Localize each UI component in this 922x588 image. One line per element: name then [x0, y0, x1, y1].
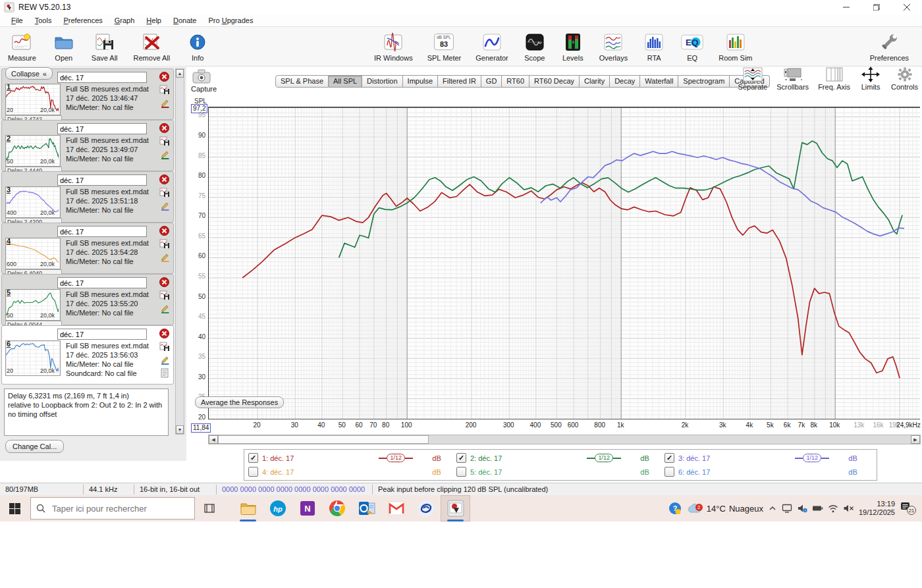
measurement-name-input[interactable]	[57, 174, 147, 186]
x-min-input[interactable]: 11,84	[191, 423, 211, 433]
legend-checkbox[interactable]	[664, 467, 674, 477]
smoothing-badge[interactable]: 1/12	[795, 454, 829, 462]
spl-meter-button[interactable]: dB SPL83SPL Meter	[423, 30, 466, 63]
rta-button[interactable]: RTA	[638, 30, 670, 63]
trace-color-pen-icon[interactable]	[160, 98, 170, 108]
legend-checkbox[interactable]: ✓	[664, 453, 674, 463]
measurement-card-5[interactable]: 55020,0kDelay 6,0044Full SB mesures ext.…	[1, 274, 174, 325]
tab-rt60[interactable]: RT60	[502, 75, 529, 88]
save-measurement-icon[interactable]	[159, 136, 170, 146]
scroll-up-icon[interactable]: ▲	[176, 69, 184, 78]
scroll-left-icon[interactable]: ◀	[209, 435, 218, 444]
measurement-name-input[interactable]	[57, 226, 147, 237]
capture-button[interactable]: Capture	[191, 68, 215, 93]
legend-checkbox[interactable]: ✓	[456, 453, 466, 463]
wifi-icon[interactable]	[828, 504, 838, 513]
limits-button[interactable]: Limits	[859, 66, 882, 91]
controls-button[interactable]: Controls	[891, 66, 918, 91]
trace-color-pen-icon[interactable]	[160, 304, 170, 313]
delete-measurement-icon[interactable]	[159, 123, 169, 133]
start-button[interactable]	[0, 495, 29, 521]
smoothing-badge[interactable]: 1/12	[587, 454, 621, 462]
smoothing-badge[interactable]: 1/12	[379, 454, 413, 462]
legend-checkbox[interactable]: ✓	[248, 453, 258, 463]
measurement-card-6[interactable]: 62020,0kFull SB mesures ext.mdat17 déc. …	[1, 325, 174, 385]
taskbar-clock[interactable]: 13:1919/12/2025	[859, 500, 895, 517]
tab-impulse[interactable]: Impulse	[403, 75, 439, 88]
sound-icon[interactable]: i	[797, 504, 807, 513]
tab-clarity[interactable]: Clarity	[580, 75, 610, 88]
close-button[interactable]	[892, 0, 922, 14]
help-tray-icon[interactable]: ?	[668, 502, 682, 515]
taskbar-app-rew[interactable]	[441, 495, 470, 521]
chevron-up-icon[interactable]	[768, 504, 777, 513]
preferences-button[interactable]: Preferences	[866, 30, 913, 63]
save-measurement-icon[interactable]	[159, 290, 170, 300]
freq-axis-button[interactable]: Freq. Axis	[818, 66, 850, 91]
taskbar-app-onenote[interactable]: N	[292, 495, 322, 521]
tab-spectrogram[interactable]: Spectrogram	[678, 75, 730, 88]
trace-color-pen-icon[interactable]	[160, 149, 170, 159]
scrollbars-button[interactable]: Scrollbars	[776, 66, 809, 91]
tab-waterfall[interactable]: Waterfall	[640, 75, 678, 88]
task-view-button[interactable]	[195, 495, 224, 521]
measurement-name-input[interactable]	[57, 277, 147, 288]
save-measurement-icon[interactable]	[159, 239, 170, 249]
delete-measurement-icon[interactable]	[159, 277, 169, 287]
notes-doc-icon[interactable]	[160, 368, 169, 378]
legend-checkbox[interactable]	[456, 467, 466, 477]
taskbar-app-hp[interactable]: hp	[263, 495, 292, 521]
menu-item-preferences[interactable]: Preferences	[57, 16, 108, 24]
trace-color-pen-icon[interactable]	[160, 252, 170, 262]
delete-measurement-icon[interactable]	[159, 226, 169, 236]
scrollbar-thumb[interactable]	[218, 435, 429, 444]
taskbar-app-outlook[interactable]	[352, 495, 381, 521]
plot-area[interactable]	[208, 107, 920, 419]
menu-item-tools[interactable]: Tools	[29, 16, 58, 24]
collapse-button[interactable]: Collapse «	[5, 67, 53, 80]
scroll-down-icon[interactable]: ▼	[176, 425, 184, 434]
cast-icon[interactable]	[782, 504, 792, 513]
tab-rt60-decay[interactable]: RT60 Decay	[529, 75, 580, 88]
delete-measurement-icon[interactable]	[159, 329, 169, 338]
menu-item-graph[interactable]: Graph	[109, 16, 141, 24]
search-input[interactable]	[51, 503, 185, 514]
measurement-name-input[interactable]	[57, 123, 147, 134]
tab-decay[interactable]: Decay	[610, 75, 640, 88]
chart-h-scrollbar[interactable]: ◀ ▶	[208, 435, 921, 444]
change-cal-button[interactable]: Change Cal...	[5, 440, 64, 453]
minimize-button[interactable]	[831, 0, 861, 14]
tab-all-spl[interactable]: All SPL	[329, 75, 362, 88]
trace-color-pen-icon[interactable]	[160, 355, 170, 365]
separate-button[interactable]: Separate	[738, 66, 768, 91]
save-measurement-icon[interactable]	[159, 342, 170, 352]
sidebar-scrollbar[interactable]: ▲ ▼	[175, 68, 184, 435]
taskbar-app-chrome[interactable]	[322, 495, 352, 521]
taskbar-app-file-explorer[interactable]	[233, 495, 263, 521]
open-button[interactable]: Open	[48, 30, 80, 63]
generator-button[interactable]: Generator	[472, 30, 512, 63]
tab-gd[interactable]: GD	[481, 75, 502, 88]
info-button[interactable]: Info	[182, 30, 213, 63]
average-responses-button[interactable]: Average the Responses	[195, 396, 284, 408]
notification-icon[interactable]: 21	[900, 501, 917, 516]
menu-item-donate[interactable]: Donate	[167, 16, 202, 24]
menu-item-help[interactable]: Help	[140, 16, 167, 24]
overlays-button[interactable]: Overlays	[595, 30, 632, 63]
taskbar-app-blue-app[interactable]	[411, 495, 441, 521]
measure-button[interactable]: Measure	[4, 30, 40, 63]
measurement-card-4[interactable]: 460020,0kDelay 6,4040Full SB mesures ext…	[1, 223, 174, 274]
menu-item-pro-upgrades[interactable]: Pro Upgrades	[202, 16, 259, 24]
measurement-card-3[interactable]: 340020,0kDelay 2,4200Full SB mesures ext…	[1, 171, 174, 223]
measurement-name-input[interactable]	[57, 329, 147, 340]
trace-color-pen-icon[interactable]	[160, 201, 170, 211]
delete-measurement-icon[interactable]	[159, 174, 169, 184]
save-measurement-icon[interactable]	[159, 188, 170, 198]
legend-checkbox[interactable]	[248, 467, 258, 477]
ir-windows-button[interactable]: IR Windows	[370, 30, 417, 63]
remove-all-button[interactable]: Remove All	[130, 30, 175, 63]
room-sim-button[interactable]: Room Sim	[715, 30, 756, 63]
tab-filtered-ir[interactable]: Filtered IR	[438, 75, 481, 88]
restore-button[interactable]	[861, 0, 892, 14]
levels-button[interactable]: 0Levels	[557, 30, 589, 63]
